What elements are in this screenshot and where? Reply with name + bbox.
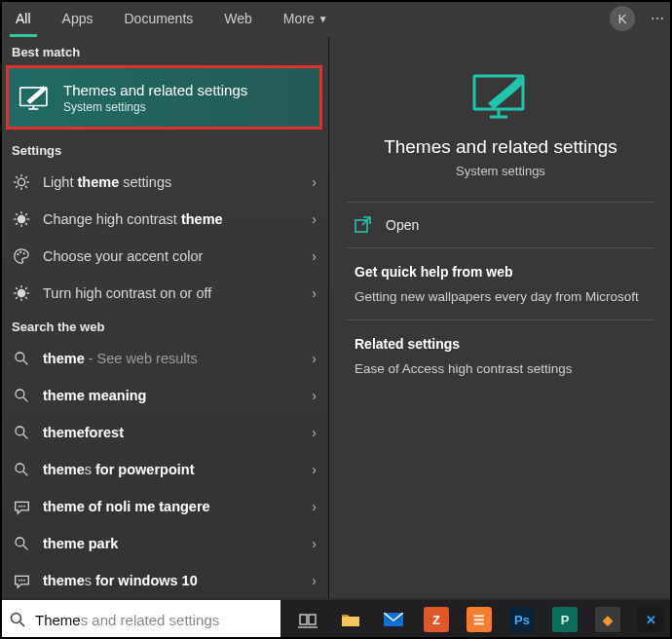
svg-line-42 [23, 471, 27, 475]
result-label: Turn high contrast on or off [43, 285, 312, 301]
web-result[interactable]: theme - See web results› [0, 340, 328, 377]
themes-hero-icon [468, 70, 533, 123]
svg-line-8 [16, 176, 18, 178]
settings-result[interactable]: Light theme settings› [0, 164, 328, 201]
web-result[interactable]: themeforest› [0, 414, 328, 451]
chevron-right-icon: › [312, 285, 317, 301]
best-match-subtitle: System settings [63, 100, 247, 114]
svg-point-44 [20, 505, 22, 507]
svg-line-20 [16, 223, 18, 225]
svg-line-9 [25, 186, 27, 188]
svg-rect-57 [300, 615, 307, 624]
tab-all[interactable]: All [0, 0, 47, 37]
chevron-right-icon: › [312, 425, 317, 440]
open-icon [355, 216, 372, 234]
svg-line-40 [23, 434, 27, 438]
best-match-result[interactable]: Themes and related settings System setti… [6, 65, 322, 130]
taskbar-photoshop[interactable]: Ps [501, 600, 543, 639]
chevron-right-icon: › [312, 248, 317, 264]
result-label: themes for powerpoint [43, 462, 312, 477]
svg-point-55 [12, 614, 21, 623]
result-label: themes for windows 10 [43, 573, 312, 588]
svg-point-43 [19, 505, 20, 507]
svg-line-21 [25, 213, 27, 215]
search-icon [12, 349, 31, 368]
user-avatar[interactable]: K [610, 6, 635, 31]
svg-point-3 [18, 178, 24, 185]
taskbar-xampp[interactable]: ☰ [458, 600, 501, 639]
chevron-right-icon: › [312, 499, 317, 514]
settings-result[interactable]: Choose your accent color› [0, 238, 328, 275]
search-icon [12, 460, 31, 479]
web-result[interactable]: theme park› [0, 525, 328, 562]
taskbar-mail[interactable] [372, 600, 415, 639]
taskbar-task-view[interactable] [286, 600, 329, 639]
overflow-menu[interactable]: ⋯ [643, 11, 672, 26]
chat-icon [12, 571, 31, 590]
search-text: Themes and related settings [35, 612, 219, 628]
web-result[interactable]: theme meaning› [0, 377, 328, 414]
svg-point-49 [20, 579, 22, 581]
taskbar-search[interactable]: Themes and related settings [0, 600, 280, 639]
taskbar-publisher[interactable]: P [543, 600, 586, 639]
tab-more[interactable]: More▼ [268, 0, 344, 37]
detail-title: Themes and related settings [384, 136, 617, 158]
search-icon [12, 423, 31, 442]
result-label: theme of noli me tangere [43, 499, 312, 514]
tab-web[interactable]: Web [208, 0, 268, 37]
web-result[interactable]: themes for powerpoint› [0, 451, 328, 488]
related-settings-header: Related settings [329, 320, 672, 357]
search-icon [12, 534, 31, 553]
svg-line-18 [16, 213, 18, 215]
result-label: Change high contrast theme [43, 211, 312, 227]
result-label: theme meaning [43, 388, 312, 403]
settings-result[interactable]: Turn high contrast on or off› [0, 275, 328, 312]
chevron-right-icon: › [312, 573, 317, 588]
search-web-header: Search the web [0, 312, 328, 340]
svg-rect-58 [309, 615, 316, 624]
chevron-right-icon: › [312, 211, 317, 227]
taskbar-app-z[interactable]: Z [415, 600, 458, 639]
svg-line-38 [23, 397, 27, 401]
quick-help-header: Get quick help from web [329, 248, 672, 285]
tab-documents[interactable]: Documents [108, 0, 208, 37]
result-label: theme park [43, 536, 312, 551]
search-icon [12, 386, 31, 405]
taskbar-file-explorer[interactable] [329, 600, 372, 639]
svg-point-48 [19, 579, 20, 581]
svg-line-10 [16, 186, 18, 188]
quick-help-link[interactable]: Getting new wallpapers every day from Mi… [329, 285, 672, 320]
svg-line-47 [23, 545, 27, 549]
chevron-right-icon: › [312, 351, 317, 366]
result-label: Light theme settings [43, 174, 312, 190]
detail-subtitle: System settings [456, 164, 545, 178]
sun-icon [12, 172, 31, 192]
svg-line-32 [25, 297, 27, 299]
svg-line-11 [25, 176, 27, 178]
open-action[interactable]: Open [329, 203, 672, 247]
search-filter-tabs: All Apps Documents Web More▼ K ⋯ [0, 0, 672, 37]
svg-point-35 [16, 353, 24, 361]
svg-line-34 [25, 287, 27, 289]
svg-line-33 [16, 297, 18, 299]
svg-point-22 [17, 253, 19, 255]
taskbar-sublime[interactable]: ◆ [586, 600, 629, 639]
chat-icon [12, 497, 31, 516]
contrast-icon [12, 283, 31, 303]
svg-line-31 [16, 287, 18, 289]
settings-result[interactable]: Change high contrast theme› [0, 201, 328, 238]
best-match-title: Themes and related settings [63, 82, 247, 98]
chevron-right-icon: › [312, 536, 317, 551]
svg-point-37 [16, 390, 24, 398]
svg-point-45 [23, 505, 25, 507]
related-settings-link[interactable]: Ease of Access high contrast settings [329, 357, 672, 392]
taskbar-app-blue[interactable]: ✕ [629, 600, 672, 639]
web-result[interactable]: themes for windows 10› [0, 562, 328, 598]
web-result[interactable]: theme of noli me tangere› [0, 488, 328, 525]
tab-apps[interactable]: Apps [47, 0, 109, 37]
settings-header: Settings [0, 135, 328, 164]
result-label: themeforest [43, 425, 312, 440]
svg-point-23 [19, 251, 21, 253]
taskbar: Themes and related settings Z☰PsP◆✕ [0, 600, 672, 639]
svg-line-56 [20, 622, 25, 627]
